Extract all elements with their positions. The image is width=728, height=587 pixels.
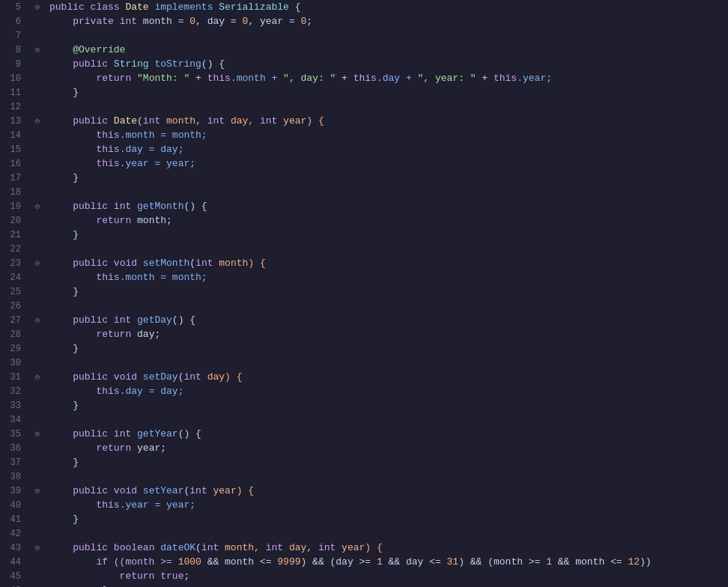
- line-number: 27: [0, 313, 25, 327]
- line-number: 38: [0, 469, 25, 484]
- token: boolean: [114, 541, 155, 555]
- token: public: [49, 370, 114, 384]
- token: }: [49, 85, 79, 100]
- line-number: 35: [0, 427, 25, 441]
- fold-indicator[interactable]: ⊖: [31, 427, 43, 441]
- token: 1: [546, 555, 552, 569]
- token: this: [354, 71, 377, 85]
- line-number: 17: [0, 171, 25, 185]
- fold-indicator[interactable]: ⊖: [31, 313, 43, 327]
- fold-indicator: [31, 85, 43, 100]
- fold-indicator[interactable]: ⊖: [31, 484, 43, 498]
- line-number: 34: [0, 413, 25, 427]
- token: int: [189, 484, 207, 498]
- token: return: [49, 327, 137, 341]
- code-line: public class Date implements Serializabl…: [49, 0, 728, 14]
- code-line: this.day = day;: [49, 384, 728, 398]
- fold-indicator[interactable]: ⊖: [31, 43, 43, 57]
- fold-indicator[interactable]: ⊖: [31, 370, 43, 384]
- line-number: 46: [0, 583, 25, 587]
- token: setDay: [137, 370, 178, 384]
- token: month,: [219, 541, 265, 555]
- code-editor: 5678910111213141516171819202122232425262…: [0, 0, 728, 587]
- token: public: [49, 57, 114, 71]
- fold-indicator: [31, 469, 43, 484]
- token: public: [49, 199, 114, 213]
- code-line: public void setYear(int year) {: [49, 484, 728, 498]
- fold-indicator: [31, 384, 43, 398]
- token: 9999: [277, 555, 300, 569]
- token: getMonth: [131, 199, 183, 213]
- token: int: [114, 427, 131, 441]
- token: this: [207, 71, 231, 85]
- code-line: }: [49, 228, 728, 242]
- fold-indicator: [31, 156, 43, 171]
- token: }: [49, 228, 79, 242]
- token: 0: [242, 14, 248, 28]
- token: setYear: [137, 484, 183, 498]
- token: month,: [160, 114, 207, 128]
- token: && month <=: [201, 555, 277, 569]
- code-line: }: [49, 512, 728, 526]
- token: getDay: [131, 313, 172, 327]
- fold-indicator: [31, 228, 43, 242]
- token: String: [114, 57, 149, 71]
- token: }: [49, 341, 79, 356]
- token: && month <=: [552, 555, 628, 569]
- fold-indicator[interactable]: ⊖: [31, 256, 43, 270]
- line-number: 5: [0, 0, 25, 14]
- token: .year = year;: [120, 156, 195, 171]
- fold-indicator: [31, 171, 43, 185]
- token: getYear: [131, 427, 178, 441]
- code-line: return true;: [49, 569, 728, 583]
- fold-indicator: [31, 128, 43, 142]
- code-line: else: [49, 583, 728, 587]
- token: (: [183, 484, 189, 498]
- token: int: [260, 114, 277, 128]
- token: () {: [172, 313, 195, 327]
- line-number: 11: [0, 85, 25, 100]
- token: .year = year;: [120, 498, 195, 512]
- token: 12: [628, 555, 640, 569]
- token: .month = month;: [120, 270, 207, 285]
- token: int: [114, 199, 131, 213]
- token: public: [49, 541, 114, 555]
- fold-indicator[interactable]: ⊖: [31, 541, 43, 555]
- line-number: 14: [0, 128, 25, 142]
- fold-indicator: [31, 455, 43, 469]
- token: void: [114, 484, 137, 498]
- code-line: this.month = month;: [49, 128, 728, 142]
- fold-indicator: [31, 285, 43, 299]
- token: void: [114, 370, 137, 384]
- fold-indicator[interactable]: ⊖: [31, 114, 43, 128]
- code-line: }: [49, 85, 728, 100]
- token: day;: [137, 327, 160, 341]
- token: ", year: ": [418, 71, 476, 85]
- code-line: public void setDay(int day) {: [49, 370, 728, 384]
- fold-indicator[interactable]: ⊖: [31, 199, 43, 213]
- token: .year;: [517, 71, 552, 85]
- fold-indicator: [31, 213, 43, 228]
- token: ;: [306, 14, 312, 28]
- token: int: [318, 541, 336, 555]
- line-number: 7: [0, 28, 25, 43]
- token: , day =: [195, 14, 242, 28]
- token: .month +: [231, 71, 283, 85]
- code-content: public class Date implements Serializabl…: [43, 0, 728, 587]
- line-number: 19: [0, 199, 25, 213]
- line-number: 40: [0, 498, 25, 512]
- token: int: [143, 114, 160, 128]
- fold-indicator: [31, 356, 43, 370]
- token: int: [183, 370, 201, 384]
- line-number: 36: [0, 441, 25, 455]
- line-number: 37: [0, 455, 25, 469]
- code-line: }: [49, 455, 728, 469]
- fold-indicator[interactable]: ⊖: [31, 0, 43, 14]
- token: {: [289, 0, 301, 14]
- token: 1000: [178, 555, 201, 569]
- token: +: [336, 71, 353, 85]
- token: .day = day;: [120, 384, 184, 398]
- token: public: [49, 313, 114, 327]
- code-line: return year;: [49, 441, 728, 455]
- line-number: 24: [0, 270, 25, 285]
